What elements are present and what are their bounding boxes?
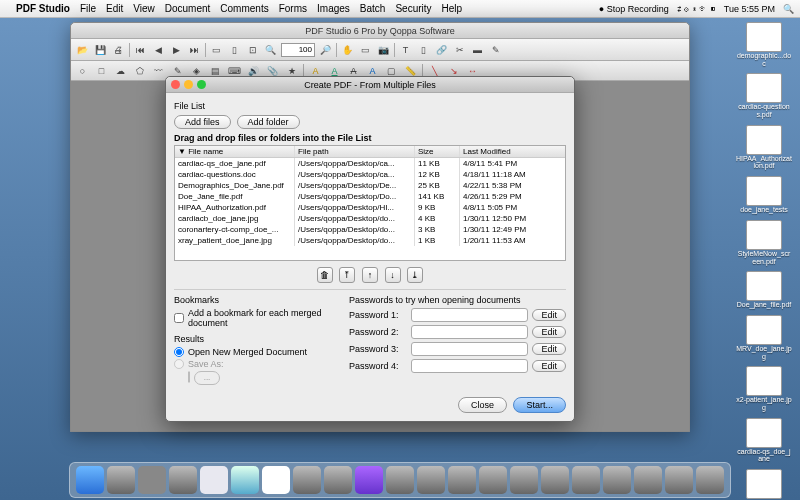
- pw2-input[interactable]: [411, 325, 529, 339]
- dock-app[interactable]: [138, 466, 166, 494]
- desktop-file[interactable]: demographic...doc: [736, 22, 792, 67]
- view-cont-icon[interactable]: ▯: [227, 42, 242, 57]
- hand-icon[interactable]: ✋: [340, 42, 355, 57]
- dock-app[interactable]: [603, 466, 631, 494]
- dock-app[interactable]: [107, 466, 135, 494]
- col-filename[interactable]: ▼ File name: [175, 146, 295, 157]
- dock-app[interactable]: [541, 466, 569, 494]
- square-icon[interactable]: □: [94, 63, 109, 78]
- table-row[interactable]: HIPAA_Authorization.pdf/Users/qoppa/Desk…: [175, 202, 565, 213]
- app-name[interactable]: PDF Studio: [16, 3, 70, 14]
- cloud-icon[interactable]: ☁: [113, 63, 128, 78]
- move-bottom-button[interactable]: ⤓: [407, 267, 423, 283]
- desktop-file[interactable]: cardiac-questions.pdf: [736, 73, 792, 118]
- add-files-button[interactable]: Add files: [174, 115, 231, 129]
- pw1-input[interactable]: [411, 308, 529, 322]
- dock-trash[interactable]: [696, 466, 724, 494]
- table-row[interactable]: cardiac-qs_doe_jane.pdf/Users/qoppa/Desk…: [175, 158, 565, 169]
- sign-icon[interactable]: ✎: [488, 42, 503, 57]
- pw3-input[interactable]: [411, 342, 529, 356]
- table-header[interactable]: ▼ File name File path Size Last Modified: [175, 146, 565, 158]
- next-page-icon[interactable]: ▶: [169, 42, 184, 57]
- col-filepath[interactable]: File path: [295, 146, 415, 157]
- desktop-file[interactable]: x2-patient_jane.jpg: [736, 366, 792, 411]
- menu-images[interactable]: Images: [317, 3, 350, 14]
- dock-app[interactable]: [448, 466, 476, 494]
- zoom-input[interactable]: [281, 43, 315, 57]
- save-as-radio[interactable]: [174, 359, 184, 369]
- zoom-icon[interactable]: [197, 80, 206, 89]
- table-row[interactable]: cardiac-questions.doc/Users/qoppa/Deskto…: [175, 169, 565, 180]
- dock-app[interactable]: [262, 466, 290, 494]
- spotlight-icon[interactable]: 🔍: [783, 4, 794, 14]
- bookmark-checkbox[interactable]: [174, 313, 184, 323]
- table-row[interactable]: Doe_Jane_file.pdf/Users/qoppa/Desktop/Do…: [175, 191, 565, 202]
- dock-finder[interactable]: [76, 466, 104, 494]
- clock[interactable]: Tue 5:55 PM: [724, 4, 775, 14]
- menu-comments[interactable]: Comments: [220, 3, 268, 14]
- pw2-edit-button[interactable]: Edit: [532, 326, 566, 338]
- table-row[interactable]: Demographics_Doe_Jane.pdf/Users/qoppa/De…: [175, 180, 565, 191]
- minimize-icon[interactable]: [184, 80, 193, 89]
- menu-security[interactable]: Security: [395, 3, 431, 14]
- polyline-icon[interactable]: 〰: [151, 63, 166, 78]
- add-folder-button[interactable]: Add folder: [237, 115, 300, 129]
- dock-app[interactable]: [634, 466, 662, 494]
- dock-app[interactable]: [386, 466, 414, 494]
- open-icon[interactable]: 📂: [75, 42, 90, 57]
- move-up-button[interactable]: ↑: [362, 267, 378, 283]
- open-new-radio[interactable]: [174, 347, 184, 357]
- pw1-edit-button[interactable]: Edit: [532, 309, 566, 321]
- text-tool-icon[interactable]: T: [398, 42, 413, 57]
- dock-app[interactable]: [293, 466, 321, 494]
- browse-button[interactable]: ...: [194, 371, 220, 385]
- table-row[interactable]: xray_patient_doe_jane.jpg/Users/qoppa/De…: [175, 235, 565, 246]
- last-page-icon[interactable]: ⏭: [187, 42, 202, 57]
- dock-app[interactable]: [479, 466, 507, 494]
- menu-help[interactable]: Help: [442, 3, 463, 14]
- print-icon[interactable]: 🖨: [111, 42, 126, 57]
- close-button[interactable]: Close: [458, 397, 507, 413]
- start-button[interactable]: Start...: [513, 397, 566, 413]
- col-size[interactable]: Size: [415, 146, 460, 157]
- pw4-input[interactable]: [411, 359, 529, 373]
- crop-icon[interactable]: ✂: [452, 42, 467, 57]
- dock-safari[interactable]: [231, 466, 259, 494]
- desktop-file[interactable]: MRV_doe_jane.jpg: [736, 315, 792, 360]
- desktop-file[interactable]: Doe_jane_file.pdf: [736, 271, 792, 309]
- col-modified[interactable]: Last Modified: [460, 146, 565, 157]
- dock-app[interactable]: [665, 466, 693, 494]
- pw3-edit-button[interactable]: Edit: [532, 343, 566, 355]
- pw4-edit-button[interactable]: Edit: [532, 360, 566, 372]
- prev-page-icon[interactable]: ◀: [151, 42, 166, 57]
- zoom-fit-icon[interactable]: ⊡: [245, 42, 260, 57]
- table-row[interactable]: coronartery-ct-comp_doe_.../Users/qoppa/…: [175, 224, 565, 235]
- link-icon[interactable]: 🔗: [434, 42, 449, 57]
- move-down-button[interactable]: ↓: [385, 267, 401, 283]
- move-top-button[interactable]: ⤒: [339, 267, 355, 283]
- save-icon[interactable]: 💾: [93, 42, 108, 57]
- first-page-icon[interactable]: ⏮: [133, 42, 148, 57]
- menu-forms[interactable]: Forms: [279, 3, 307, 14]
- desktop-file[interactable]: HIPAA_Authorization.pdf: [736, 125, 792, 170]
- view-single-icon[interactable]: ▭: [209, 42, 224, 57]
- snapshot-icon[interactable]: 📷: [376, 42, 391, 57]
- zoom-out-icon[interactable]: 🔎: [318, 42, 333, 57]
- redact-icon[interactable]: ▬: [470, 42, 485, 57]
- desktop-file[interactable]: StyleMeNow_screen.pdf: [736, 220, 792, 265]
- menu-file[interactable]: File: [80, 3, 96, 14]
- dock-app[interactable]: [169, 466, 197, 494]
- dock-app[interactable]: [324, 466, 352, 494]
- dock-app[interactable]: [510, 466, 538, 494]
- dock-app[interactable]: [200, 466, 228, 494]
- menu-edit[interactable]: Edit: [106, 3, 123, 14]
- table-row[interactable]: cardiacb_doe_jane.jpg/Users/qoppa/Deskto…: [175, 213, 565, 224]
- polygon-icon[interactable]: ⬠: [132, 63, 147, 78]
- desktop-file[interactable]: doe_jane_tests: [736, 176, 792, 214]
- menu-view[interactable]: View: [133, 3, 155, 14]
- delete-button[interactable]: 🗑: [317, 267, 333, 283]
- close-icon[interactable]: [171, 80, 180, 89]
- select-icon[interactable]: ▭: [358, 42, 373, 57]
- dock-app[interactable]: [572, 466, 600, 494]
- desktop-file[interactable]: cardiac-qs_doe_jane: [736, 418, 792, 463]
